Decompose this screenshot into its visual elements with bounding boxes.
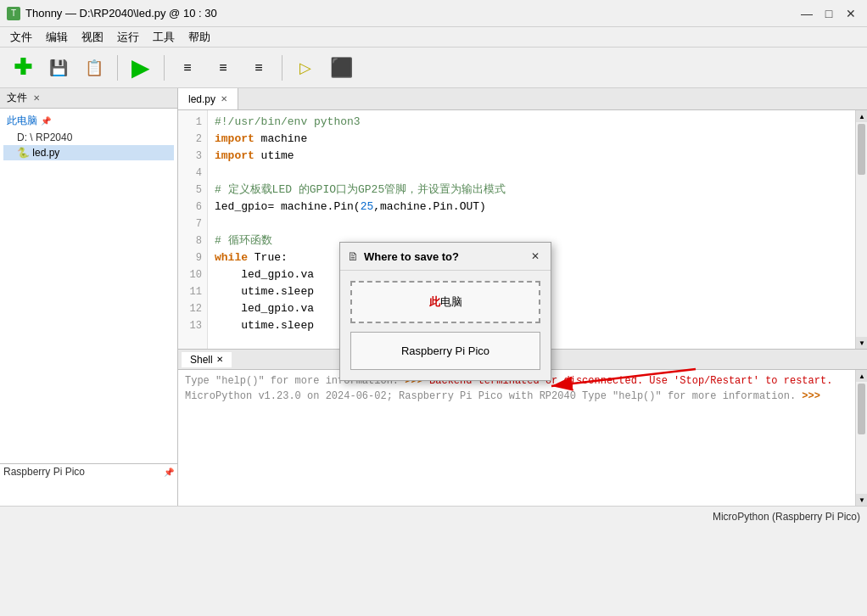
rp-pico-label: Raspberry Pi Pico: [3, 466, 85, 478]
shell-content[interactable]: Type "help()" for more information. >>> …: [178, 370, 855, 506]
files-tab-label: 文件: [7, 91, 27, 105]
files-section: 文件 ✕ 此电脑 📌 D: \ RP2040 🐍 led.py: [0, 88, 177, 463]
shell-scroll-up[interactable]: ▲: [856, 370, 867, 382]
tree-item-this-pc-row: 此电脑 📌: [7, 114, 171, 128]
menu-bar: 文件 编辑 视图 运行 工具 帮助: [0, 27, 867, 48]
shell-scrollbar[interactable]: ▲ ▼: [855, 370, 867, 506]
debug3-button[interactable]: ≡: [243, 52, 275, 84]
dialog-close-button[interactable]: ✕: [527, 248, 544, 265]
debug1-button[interactable]: ≡: [171, 52, 204, 84]
new-button[interactable]: ✚: [7, 52, 39, 84]
step-button[interactable]: ▷: [289, 52, 322, 84]
menu-run[interactable]: 运行: [110, 28, 146, 47]
pin-icon[interactable]: 📌: [41, 116, 51, 126]
option-this-pc-text: 此电脑: [429, 295, 462, 308]
status-bar: MicroPython (Raspberry Pi Pico): [0, 506, 867, 526]
shell-scroll-down[interactable]: ▼: [856, 494, 867, 506]
files-tab-close[interactable]: ✕: [31, 92, 42, 104]
shell-scroll-track: [856, 382, 867, 494]
menu-file[interactable]: 文件: [3, 28, 39, 47]
menu-edit[interactable]: 编辑: [39, 28, 75, 47]
left-panel: 文件 ✕ 此电脑 📌 D: \ RP2040 🐍 led.py: [0, 88, 178, 506]
window-controls: — □ ✕: [797, 4, 860, 23]
files-tab: 文件 ✕: [0, 88, 177, 109]
save-button[interactable]: 💾: [42, 52, 75, 84]
app-icon: T: [7, 7, 20, 20]
scroll-up-arrow[interactable]: ▲: [856, 110, 867, 122]
rp-pico-row: Raspberry Pi Pico 📌: [0, 464, 177, 479]
title-bar: T Thonny — D:\RP2040\led.py @ 10 : 30 — …: [0, 0, 867, 27]
debug2-button[interactable]: ≡: [207, 52, 239, 84]
line-numbers: 12345 678910 111213: [178, 110, 208, 349]
stop-button[interactable]: ⬛: [325, 52, 357, 84]
editor-tabs: led.py ✕: [178, 88, 867, 110]
tree-item-led-py[interactable]: 🐍 led.py: [3, 145, 174, 160]
file-tree: 此电脑 📌 D: \ RP2040 🐍 led.py: [0, 109, 177, 164]
toolbar-separator-1: [117, 55, 118, 81]
menu-tools[interactable]: 工具: [146, 28, 182, 47]
title-text: Thonny — D:\RP2040\led.py @ 10 : 30: [25, 7, 217, 20]
dialog-title-bar: 🗎 Where to save to? ✕: [340, 243, 551, 271]
drive-label: D: \ RP2040: [17, 132, 72, 143]
run-button[interactable]: ▶: [125, 52, 157, 84]
rp-pico-pin-icon[interactable]: 📌: [164, 467, 174, 477]
shell-tab-close[interactable]: ✕: [216, 355, 223, 364]
tree-item-this-pc[interactable]: 此电脑 📌: [3, 112, 174, 130]
title-bar-left: T Thonny — D:\RP2040\led.py @ 10 : 30: [7, 7, 217, 20]
dialog-title-left: 🗎 Where to save to?: [347, 249, 459, 263]
save-dialog: 🗎 Where to save to? ✕ 此电脑 Raspberry Pi P…: [339, 242, 551, 381]
close-button[interactable]: ✕: [842, 4, 860, 23]
load-button[interactable]: 📋: [78, 52, 110, 84]
status-text: MicroPython (Raspberry Pi Pico): [713, 511, 860, 523]
dialog-option-this-pc[interactable]: 此电脑: [350, 281, 540, 323]
scroll-down-arrow[interactable]: ▼: [856, 337, 867, 349]
shell-body: Type "help()" for more information. >>> …: [178, 370, 867, 506]
option-rp-pico-text: Raspberry Pi Pico: [401, 344, 489, 357]
minimize-button[interactable]: —: [797, 4, 816, 23]
dialog-icon: 🗎: [347, 249, 359, 263]
toolbar: ✚ 💾 📋 ▶ ≡ ≡ ≡ ▷ ⬛: [0, 48, 867, 88]
maximize-button[interactable]: □: [819, 4, 838, 23]
dialog-body: 此电脑 Raspberry Pi Pico: [340, 271, 551, 380]
shell-tab-label: Shell: [190, 354, 213, 366]
this-pc-label: 此电脑: [7, 114, 37, 128]
editor-tab-close[interactable]: ✕: [221, 94, 227, 104]
shell-scroll-thumb[interactable]: [858, 384, 865, 434]
rp-pico-section: Raspberry Pi Pico 📌: [0, 463, 177, 506]
toolbar-separator-2: [164, 55, 165, 81]
tree-item-drive[interactable]: D: \ RP2040: [3, 130, 174, 145]
toolbar-separator-3: [282, 55, 282, 81]
editor-scrollbar[interactable]: ▲ ▼: [855, 110, 867, 349]
editor-tab-led-py[interactable]: led.py ✕: [178, 88, 238, 109]
menu-help[interactable]: 帮助: [182, 28, 217, 47]
led-py-label: 🐍 led.py: [17, 147, 59, 159]
editor-tab-label: led.py: [188, 93, 215, 105]
scroll-thumb[interactable]: [858, 124, 865, 175]
dialog-title: Where to save to?: [364, 250, 459, 263]
shell-tab[interactable]: Shell ✕: [182, 352, 232, 367]
dialog-option-rp-pico[interactable]: Raspberry Pi Pico: [350, 332, 540, 370]
menu-view[interactable]: 视图: [75, 28, 110, 47]
scroll-track: [856, 122, 867, 337]
